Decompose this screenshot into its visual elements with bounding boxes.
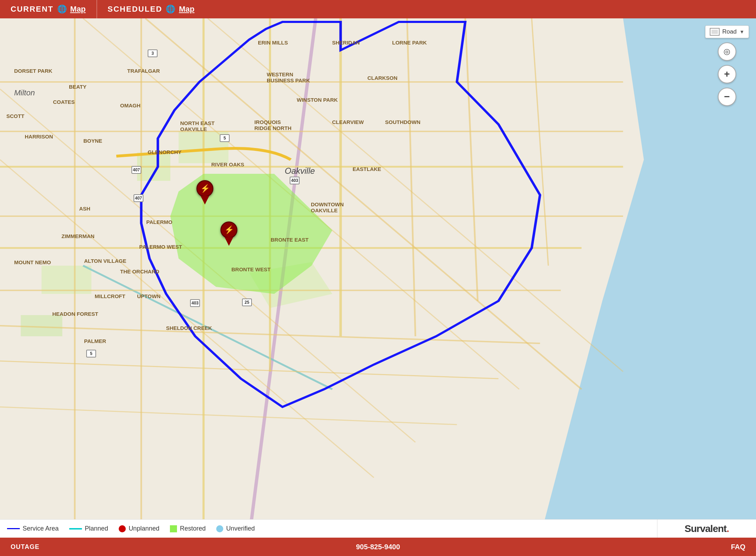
app-header: CURRENT 🌐 Map SCHEDULED 🌐 Map	[0, 0, 756, 18]
zoom-out-button[interactable]: −	[718, 88, 736, 106]
legend-service-area-label: Service Area	[23, 525, 59, 532]
scheduled-section[interactable]: SCHEDULED 🌐 Map	[97, 0, 205, 18]
legend-unplanned-label: Unplanned	[129, 525, 159, 532]
map-type-selector[interactable]: Road ▼	[705, 25, 749, 38]
legend-bar: Service Area Planned Unplanned Restored …	[0, 519, 756, 538]
outage-label: OUTAGE	[11, 543, 40, 551]
globe-icon-2: 🌐	[166, 5, 175, 14]
marker-2-pin	[225, 237, 233, 246]
app-footer: OUTAGE 905-825-9400 FAQ	[0, 538, 756, 556]
lightning-icon-1: ⚡	[200, 184, 210, 193]
legend-planned: Planned	[69, 525, 108, 532]
map-container[interactable]: ERIN MILLS SHERIDAN LORNE PARK DORSET PA…	[0, 18, 756, 538]
legend-unverified-label: Unverified	[226, 525, 255, 532]
current-label: CURRENT	[11, 5, 54, 14]
map-roads-svg	[0, 18, 756, 538]
marker-2-circle: ⚡	[220, 221, 237, 238]
dropdown-arrow: ▼	[739, 29, 744, 35]
legend-service-area: Service Area	[7, 525, 59, 532]
svg-rect-5	[21, 315, 63, 336]
legend-unverified: Unverified	[216, 525, 255, 532]
marker-1-circle: ⚡	[196, 180, 213, 197]
restored-fill	[170, 525, 177, 532]
lightning-icon-2: ⚡	[224, 225, 234, 235]
legend-unplanned: Unplanned	[119, 525, 159, 532]
service-area-line	[7, 528, 20, 529]
phone-number[interactable]: 905-825-9400	[356, 543, 400, 551]
map-type-icon	[710, 28, 720, 36]
unverified-dot	[216, 525, 223, 532]
survalent-brand: Survalent.	[685, 523, 729, 534]
survalent-logo: Survalent.	[657, 519, 756, 538]
legend-restored: Restored	[170, 525, 206, 532]
marker-1-pin	[201, 196, 209, 205]
scheduled-map-label: Map	[179, 5, 194, 14]
legend-restored-label: Restored	[180, 525, 206, 532]
scheduled-label: SCHEDULED	[108, 5, 163, 14]
faq-link[interactable]: FAQ	[731, 543, 745, 551]
location-button[interactable]: ◎	[718, 42, 736, 61]
outage-marker-2[interactable]: ⚡	[220, 221, 237, 246]
current-section[interactable]: CURRENT 🌐 Map	[0, 0, 96, 18]
legend-planned-label: Planned	[85, 525, 108, 532]
zoom-in-button[interactable]: +	[718, 65, 736, 83]
map-controls: Road ▼ ◎ + −	[705, 25, 749, 106]
road-type-label: Road	[722, 28, 737, 35]
current-map-label: Map	[70, 5, 86, 14]
unplanned-dot	[119, 525, 126, 532]
globe-icon: 🌐	[57, 5, 67, 14]
outage-marker-1[interactable]: ⚡	[196, 180, 213, 205]
planned-line	[69, 528, 82, 530]
